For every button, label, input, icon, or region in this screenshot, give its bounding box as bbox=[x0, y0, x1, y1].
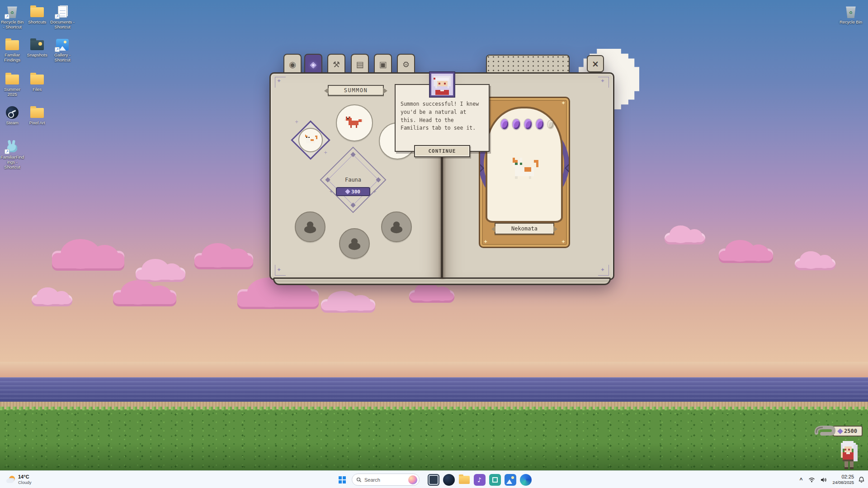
currency-counter: 2500 bbox=[833, 426, 863, 436]
window-grille-panel bbox=[486, 55, 570, 75]
summon-price-button[interactable]: 300 bbox=[336, 187, 370, 196]
tab-gallery[interactable]: ▣ bbox=[374, 54, 392, 75]
weather-widget[interactable]: 14°C Cloudy bbox=[3, 472, 35, 487]
desktop-icon-pixel-art[interactable]: Pixel Art bbox=[25, 105, 49, 126]
cloud bbox=[136, 267, 185, 282]
journal-tab-icon: ▤ bbox=[356, 61, 363, 69]
start-button[interactable] bbox=[335, 473, 349, 486]
summon-title-banner: SUMMON bbox=[328, 85, 384, 96]
steam-app-icon bbox=[443, 474, 455, 486]
windows-logo-icon bbox=[339, 476, 346, 483]
desktop-icon-recycle-bin-shortcut[interactable]: ↗ Recycle Bin - Shortcut bbox=[0, 5, 24, 30]
creature-silhouette-icon bbox=[388, 220, 405, 234]
familiar-game-window: ◉ ◈ ⚒ ▤ ▣ ⚙ × ✦ ✦ ✦ ✦ SUMMON bbox=[269, 72, 614, 280]
volume-icon[interactable] bbox=[818, 477, 830, 483]
cloud bbox=[795, 258, 835, 270]
desktop-pet-character[interactable] bbox=[836, 441, 860, 473]
bunny-icon: ↗ bbox=[5, 140, 20, 154]
search-icon bbox=[356, 477, 362, 483]
gem-icon bbox=[345, 189, 350, 194]
desktop-icon-familiar-findings[interactable]: Familiar Findings bbox=[0, 38, 24, 63]
locked-summon-slot[interactable] bbox=[295, 211, 326, 242]
price-decor-right[interactable]: + bbox=[373, 188, 376, 195]
familiars-tab-icon: ◉ bbox=[289, 61, 296, 69]
desktop-icon-summer-2025[interactable]: Summer 2025 bbox=[0, 72, 24, 97]
desktop-icon-label: Summer 2025 bbox=[0, 87, 24, 97]
soul-gem-icon bbox=[513, 119, 520, 129]
character-portrait bbox=[430, 72, 454, 97]
desktop-icon-label: Files bbox=[25, 87, 49, 92]
sparkle-decoration: + bbox=[295, 119, 298, 124]
desktop-icon-label: Gallery - Shortcut bbox=[50, 53, 75, 63]
close-button[interactable]: × bbox=[587, 55, 604, 72]
selected-creature-nekomata[interactable] bbox=[298, 128, 323, 152]
document-icon: ↗ bbox=[55, 5, 70, 19]
system-tray: ^ 02:25 24/08/2025 bbox=[796, 471, 868, 488]
notes-app-icon bbox=[428, 474, 439, 486]
desktop-icon-snapshots[interactable]: Snapshots bbox=[25, 38, 49, 58]
notification-bell-icon[interactable] bbox=[857, 477, 868, 483]
desktop-icon-gallery-shortcut[interactable]: ↗ Gallery - Shortcut bbox=[50, 38, 75, 63]
desktop-icon-steam[interactable]: Steam bbox=[0, 105, 24, 126]
locked-summon-slot[interactable] bbox=[381, 211, 412, 242]
desktop-icon-label: Snapshots bbox=[25, 53, 49, 58]
cat-sprite-icon bbox=[303, 134, 318, 146]
sparkle-decoration: ✦ bbox=[483, 239, 488, 245]
network-icon[interactable] bbox=[806, 477, 818, 483]
tab-journal[interactable]: ▤ bbox=[351, 54, 369, 75]
category-label: Fauna bbox=[330, 177, 376, 183]
taskbar-app-photos[interactable] bbox=[504, 473, 517, 486]
folder-icon bbox=[29, 72, 45, 86]
desktop-icon-documents-shortcut[interactable]: ↗ Documents - Shortcut bbox=[50, 5, 75, 30]
guide-portrait-icon bbox=[432, 74, 453, 95]
settings-tab-icon: ⚙ bbox=[402, 61, 410, 69]
creature-option-fox[interactable] bbox=[336, 104, 373, 141]
desktop-icon-label: Recycle Bin bbox=[839, 20, 863, 25]
folder-icon bbox=[5, 72, 20, 86]
locked-summon-slot[interactable] bbox=[339, 228, 370, 259]
search-highlights-icon[interactable] bbox=[408, 475, 417, 484]
currency-value: 2500 bbox=[844, 428, 857, 434]
soul-gem-icon bbox=[501, 119, 508, 129]
soul-gem-icon bbox=[524, 119, 532, 129]
dialog-message: Summon successful! I knew you'd be a nat… bbox=[401, 100, 484, 132]
search-input[interactable] bbox=[364, 477, 403, 483]
scroll-icon bbox=[814, 424, 835, 439]
tray-expand-chevron[interactable]: ^ bbox=[796, 477, 806, 483]
taskbar-app-explorer[interactable] bbox=[458, 473, 471, 486]
tab-summon[interactable]: ◈ bbox=[304, 54, 322, 75]
desktop-icon-label: Familiar Findings bbox=[0, 53, 24, 63]
tab-settings[interactable]: ⚙ bbox=[397, 54, 415, 75]
taskbar-search[interactable] bbox=[352, 474, 420, 486]
desktop-icon-shortcuts[interactable]: Shortcuts bbox=[25, 5, 49, 25]
taskbar-clock[interactable]: 02:25 24/08/2025 bbox=[830, 474, 857, 486]
clock-time: 02:25 bbox=[832, 474, 854, 480]
weather-temp: 14°C bbox=[18, 474, 32, 480]
summon-tab-icon: ◈ bbox=[310, 61, 316, 69]
tab-familiars[interactable]: ◉ bbox=[283, 54, 302, 75]
taskbar-app-notes[interactable] bbox=[427, 473, 440, 486]
corner-flourish bbox=[275, 77, 286, 88]
edge-browser-icon bbox=[520, 474, 532, 486]
cloud bbox=[321, 299, 375, 313]
recycle-bin-icon bbox=[843, 5, 859, 19]
taskbar-app-steam[interactable] bbox=[442, 473, 455, 486]
gallery-tab-icon: ▣ bbox=[379, 61, 387, 69]
taskbar-app-music[interactable]: ♪ bbox=[473, 473, 486, 486]
continue-button[interactable]: CONTINUE bbox=[414, 145, 470, 157]
cloud bbox=[665, 233, 705, 244]
clock-date: 24/08/2025 bbox=[832, 480, 854, 485]
taskbar-app-paint[interactable] bbox=[488, 473, 501, 486]
tab-crafting[interactable]: ⚒ bbox=[327, 54, 345, 75]
cloud bbox=[52, 251, 124, 271]
price-decor-left[interactable]: + bbox=[330, 188, 333, 195]
taskbar: 14°C Cloudy ♪ bbox=[0, 470, 868, 488]
desktop-icon-label: Pixel Art bbox=[25, 121, 49, 126]
desktop-icon-label: Shortcuts bbox=[25, 20, 49, 25]
recycle-bin-icon: ↗ bbox=[5, 5, 20, 19]
taskbar-app-edge[interactable] bbox=[519, 473, 532, 486]
desktop-icon-familiarfindings-shortcut[interactable]: ↗ FamiliarFindings - Shortcut bbox=[0, 140, 24, 170]
desktop-icon-recycle-bin[interactable]: Recycle Bin bbox=[839, 5, 863, 25]
steam-icon bbox=[5, 105, 20, 120]
desktop-icon-files[interactable]: Files bbox=[25, 72, 49, 92]
